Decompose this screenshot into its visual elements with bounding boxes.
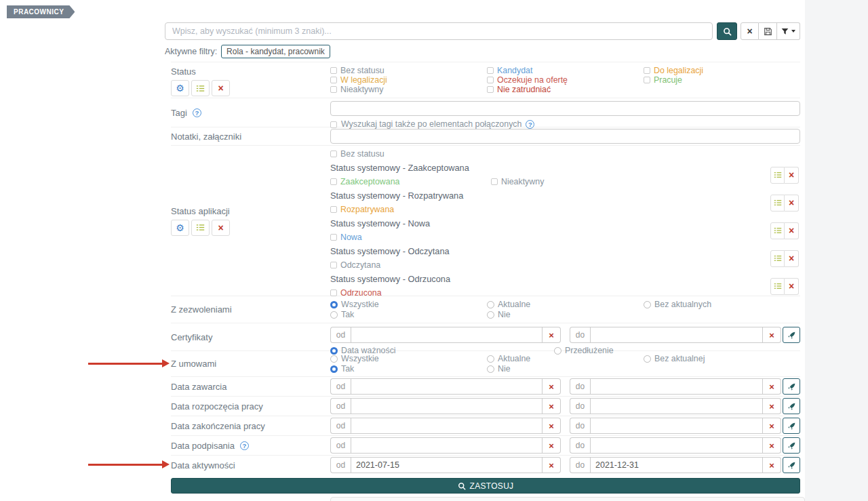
do-date-input[interactable] (590, 378, 763, 395)
help-icon[interactable]: ? (240, 441, 249, 450)
pracownicy-tab[interactable]: PRACOWNICY (7, 5, 75, 18)
list-icon (774, 254, 782, 262)
rocket-button[interactable] (783, 457, 800, 473)
checkbox-option[interactable]: Zaakceptowana (330, 178, 491, 187)
clear-group-button[interactable]: × (785, 195, 799, 212)
checkbox-option[interactable]: Nieaktywny (330, 85, 487, 95)
list-button[interactable] (191, 80, 210, 96)
od-date-input[interactable] (351, 418, 542, 434)
radio-option[interactable]: Nie (487, 365, 644, 374)
rocket-button[interactable] (783, 378, 800, 395)
zezwolenia-options: Wszystkie Tak Aktualne Nie Bez aktualnyc… (330, 296, 800, 323)
active-filter-badge[interactable]: Rola - kandydat, pracownik (221, 45, 330, 58)
list-button[interactable] (770, 278, 785, 295)
certyfikaty-controls: od × do × (330, 323, 800, 350)
list-button[interactable] (770, 222, 785, 239)
do-date-input[interactable] (590, 398, 763, 414)
filter-dropdown-button[interactable] (777, 22, 800, 40)
rocket-button[interactable] (783, 437, 800, 454)
notatki-input[interactable] (330, 129, 800, 144)
search-input[interactable] (165, 22, 713, 40)
clear-od-button[interactable]: × (542, 418, 561, 434)
clear-do-button[interactable]: × (763, 327, 781, 343)
do-date-input[interactable] (590, 418, 763, 434)
checkbox-option[interactable]: Bez statusu (330, 66, 487, 76)
app-status-actions: ⚙ × (171, 220, 330, 236)
clear-od-button[interactable]: × (542, 378, 561, 395)
filter-row-notatki: Notatki, załączniki (171, 127, 800, 145)
date-controls: od× do× (330, 418, 800, 434)
clear-od-button[interactable]: × (542, 398, 561, 414)
group-actions: × (770, 195, 799, 212)
help-icon[interactable]: ? (193, 108, 201, 117)
clear-status-button[interactable]: × (212, 80, 230, 96)
do-date-input[interactable] (590, 437, 763, 454)
checkbox-option[interactable]: Nie zatrudniać (487, 85, 644, 95)
clear-do-button[interactable]: × (763, 398, 781, 414)
clear-do-button[interactable]: × (763, 418, 781, 434)
list-button[interactable] (770, 195, 785, 212)
checkbox-option[interactable]: Kandydat (487, 66, 644, 76)
radio-option[interactable]: Tak (330, 310, 487, 320)
list-button[interactable] (770, 167, 785, 184)
checkbox-option[interactable]: W legalizacji (330, 76, 487, 85)
rocket-icon (787, 402, 796, 411)
clear-group-button[interactable]: × (785, 222, 799, 239)
tagi-input[interactable] (330, 101, 800, 116)
radio-option[interactable]: Wszystkie (330, 300, 487, 310)
rocket-icon (787, 461, 796, 470)
rocket-button[interactable] (783, 418, 800, 434)
checkbox-option[interactable]: Bez statusu (330, 150, 800, 159)
filter-table: Status ⚙ × (171, 62, 800, 475)
clear-do-button[interactable]: × (763, 437, 781, 454)
radio-option[interactable]: Aktualne (487, 300, 644, 310)
checkbox-option[interactable]: Nieaktywny (491, 178, 652, 187)
radio-icon (487, 311, 494, 319)
clear-od-button[interactable]: × (542, 327, 561, 343)
od-date-input[interactable] (351, 378, 542, 395)
filter-label: Status (171, 66, 330, 77)
rocket-button[interactable] (783, 398, 800, 414)
checkbox-option[interactable]: Odczytana (330, 261, 491, 270)
radio-option[interactable]: Tak (330, 365, 487, 374)
radio-option[interactable]: Nie (487, 310, 644, 320)
filter-label: Z umowami (171, 359, 330, 369)
date-label-cell: Data aktywności (171, 460, 330, 470)
do-date-input[interactable] (590, 327, 763, 343)
list-icon (196, 223, 205, 232)
od-date-input[interactable] (351, 327, 542, 343)
od-date-input[interactable] (351, 437, 542, 454)
do-date-input[interactable] (590, 457, 763, 473)
apply-button[interactable]: ZASTOSUJ (171, 478, 800, 494)
clear-group-button[interactable]: × (785, 250, 799, 267)
app-status-group: Status systemowy - Rozpatrywana Rozpatry… (330, 191, 800, 215)
clear-group-button[interactable]: × (785, 278, 799, 295)
list-button[interactable] (770, 250, 785, 267)
rocket-button[interactable] (783, 327, 800, 343)
checkbox-option[interactable]: Nowa (330, 233, 491, 243)
radio-option[interactable]: Bez aktualnej (644, 355, 800, 364)
clear-od-button[interactable]: × (542, 457, 561, 473)
clear-search-button[interactable]: × (741, 22, 759, 40)
radio-option[interactable]: Bez aktualnych (644, 300, 800, 310)
app-status-group-heading: Status systemowy - Nowa (330, 219, 770, 228)
od-date-input[interactable] (351, 398, 542, 414)
list-button[interactable] (191, 220, 210, 236)
checkbox-icon (491, 178, 498, 185)
checkbox-option[interactable]: Do legalizacji (644, 66, 800, 76)
radio-option[interactable]: Aktualne (487, 355, 644, 364)
clear-group-button[interactable]: × (785, 167, 799, 184)
checkbox-option[interactable]: Rozpatrywana (330, 205, 491, 215)
clear-do-button[interactable]: × (763, 378, 781, 395)
checkbox-option[interactable]: Oczekuje na ofertę (487, 76, 644, 85)
checkbox-option[interactable]: Pracuje (644, 76, 800, 85)
settings-button[interactable]: ⚙ (171, 80, 189, 96)
search-button[interactable] (717, 22, 737, 40)
od-date-input[interactable] (351, 457, 542, 473)
save-filter-button[interactable] (759, 22, 777, 40)
settings-button[interactable]: ⚙ (171, 220, 189, 236)
clear-od-button[interactable]: × (542, 437, 561, 454)
clear-app-status-button[interactable]: × (212, 220, 230, 236)
radio-option[interactable]: Wszystkie (330, 355, 487, 364)
clear-do-button[interactable]: × (763, 457, 781, 473)
